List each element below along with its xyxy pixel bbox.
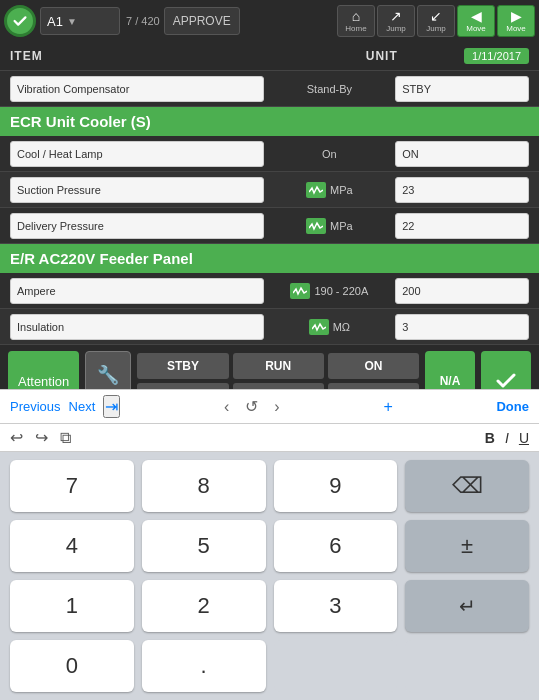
- value-field[interactable]: 200: [395, 278, 529, 304]
- unit-field: MPa: [270, 218, 390, 234]
- key-5[interactable]: 5: [142, 520, 266, 572]
- key-empty-1: [274, 640, 398, 692]
- value-field[interactable]: 3: [395, 314, 529, 340]
- move-right-button[interactable]: ▶ Move: [497, 5, 535, 37]
- table-row: Ampere 190 - 220A 200: [0, 273, 539, 309]
- italic-button[interactable]: I: [505, 430, 509, 446]
- check-circle[interactable]: [4, 5, 36, 37]
- table-header: ITEM UNIT 1/11/2017: [0, 42, 539, 71]
- jump-back-icon: ↙: [430, 9, 442, 23]
- run-button[interactable]: RUN: [233, 353, 324, 379]
- value-field[interactable]: 23: [395, 177, 529, 203]
- value-field[interactable]: STBY: [395, 76, 529, 102]
- format-row: ↩ ↪ ⧉ B I U: [0, 424, 539, 452]
- move-left-label: Move: [466, 24, 486, 33]
- key-7[interactable]: 7: [10, 460, 134, 512]
- table-row: Cool / Heat Lamp On ON: [0, 136, 539, 172]
- underline-button[interactable]: U: [519, 430, 529, 446]
- home-button[interactable]: ⌂ Home: [337, 5, 375, 37]
- approve-button[interactable]: APPROVE: [164, 7, 240, 35]
- backspace-key[interactable]: ⌫: [405, 460, 529, 512]
- home-label: Home: [345, 24, 366, 33]
- item-field[interactable]: Ampere: [10, 278, 264, 304]
- value-field[interactable]: 22: [395, 213, 529, 239]
- move-left-button[interactable]: ◀ Move: [457, 5, 495, 37]
- jump-forward-icon: ↗: [390, 9, 402, 23]
- col-item-label: ITEM: [10, 49, 307, 63]
- keyboard-left-arrow[interactable]: ‹: [224, 398, 229, 416]
- key-9[interactable]: 9: [274, 460, 398, 512]
- bold-button[interactable]: B: [485, 430, 495, 446]
- move-right-label: Move: [506, 24, 526, 33]
- stby-button[interactable]: STBY: [137, 353, 228, 379]
- keyboard-next-button[interactable]: Next: [69, 399, 96, 414]
- format-buttons: B I U: [485, 430, 529, 446]
- key-1[interactable]: 1: [10, 580, 134, 632]
- item-dropdown[interactable]: A1 ▼: [40, 7, 120, 35]
- page-count: 7 / 420: [126, 15, 160, 27]
- attention-button[interactable]: Attention: [8, 351, 79, 389]
- action-row: Attention 🔧 TOOLS STBY RUN ON ∞ STOP OFF…: [0, 345, 539, 389]
- value-field[interactable]: ON: [395, 141, 529, 167]
- undo-button[interactable]: ↩: [10, 428, 23, 447]
- col-unit-label: UNIT: [307, 49, 456, 63]
- enter-key[interactable]: ↵: [405, 580, 529, 632]
- data-rows: Vibration Compensator Stand-By STBY ECR …: [0, 71, 539, 389]
- key-dot[interactable]: .: [142, 640, 266, 692]
- chevron-down-icon: ▼: [67, 16, 77, 27]
- na-button[interactable]: N/A: [425, 351, 475, 389]
- dropdown-value: A1: [47, 14, 63, 29]
- tools-icon: 🔧: [97, 364, 119, 386]
- table-row: Insulation MΩ 3: [0, 309, 539, 345]
- redo-button[interactable]: ↪: [35, 428, 48, 447]
- keyboard-prev-button[interactable]: Previous: [10, 399, 61, 414]
- confirm-button[interactable]: [481, 351, 531, 389]
- move-left-icon: ◀: [471, 9, 482, 23]
- jump-back-label: Jump: [426, 24, 446, 33]
- key-6[interactable]: 6: [274, 520, 398, 572]
- jump-back-button[interactable]: ↙ Jump: [417, 5, 455, 37]
- section-header-ecr: ECR Unit Cooler (S): [0, 107, 539, 136]
- key-3[interactable]: 3: [274, 580, 398, 632]
- unit-field: MPa: [270, 182, 390, 198]
- plusminus-key[interactable]: ±: [405, 520, 529, 572]
- unit-field: MΩ: [270, 319, 390, 335]
- keyboard-right-arrow[interactable]: ›: [274, 398, 279, 416]
- on-button[interactable]: ON: [328, 353, 419, 379]
- key-0[interactable]: 0: [10, 640, 134, 692]
- wave-icon: [290, 283, 310, 299]
- keyboard-plus-button[interactable]: +: [383, 398, 392, 416]
- main-content: ITEM UNIT 1/11/2017 Vibration Compensato…: [0, 42, 539, 389]
- item-field[interactable]: Cool / Heat Lamp: [10, 141, 264, 167]
- table-row: Delivery Pressure MPa 22: [0, 208, 539, 244]
- key-2[interactable]: 2: [142, 580, 266, 632]
- key-8[interactable]: 8: [142, 460, 266, 512]
- copy-button[interactable]: ⧉: [60, 429, 71, 447]
- jump-forward-label: Jump: [386, 24, 406, 33]
- item-field[interactable]: Suction Pressure: [10, 177, 264, 203]
- item-field[interactable]: Vibration Compensator: [10, 76, 264, 102]
- item-field[interactable]: Delivery Pressure: [10, 213, 264, 239]
- status-row-top: STBY RUN ON: [137, 353, 419, 379]
- tools-button[interactable]: 🔧 TOOLS: [85, 351, 131, 389]
- move-right-icon: ▶: [511, 9, 522, 23]
- keyboard-done-button[interactable]: Done: [496, 399, 529, 414]
- table-row: Vibration Compensator Stand-By STBY: [0, 71, 539, 107]
- wave-icon: [309, 319, 329, 335]
- key-empty-2: [405, 640, 529, 692]
- unit-field: 190 - 220A: [270, 283, 390, 299]
- unit-field: On: [270, 148, 390, 160]
- keyboard-arrows: ‹ ↺ ›: [224, 397, 280, 416]
- table-row: Suction Pressure MPa 23: [0, 172, 539, 208]
- wave-icon: [306, 218, 326, 234]
- jump-forward-button[interactable]: ↗ Jump: [377, 5, 415, 37]
- section-header-er: E/R AC220V Feeder Panel: [0, 244, 539, 273]
- nav-buttons: ⌂ Home ↗ Jump ↙ Jump ◀ Move ▶ Move: [337, 5, 535, 37]
- wave-icon: [306, 182, 326, 198]
- keyboard-nav: Previous Next ⇥ ‹ ↺ › + Done: [0, 389, 539, 424]
- keyboard-refresh-icon[interactable]: ↺: [245, 397, 258, 416]
- key-4[interactable]: 4: [10, 520, 134, 572]
- status-group: STBY RUN ON ∞ STOP OFF: [137, 353, 419, 389]
- keyboard-separator-icon[interactable]: ⇥: [103, 395, 120, 418]
- item-field[interactable]: Insulation: [10, 314, 264, 340]
